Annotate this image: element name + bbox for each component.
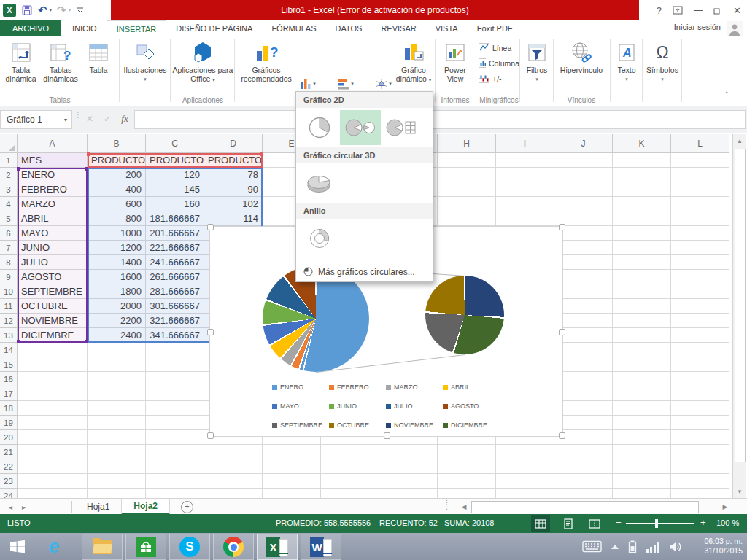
volume-icon[interactable] [669,541,683,553]
tab-archivo[interactable]: ARCHIVO [0,20,61,36]
cell-D24[interactable] [204,489,263,498]
cell-D4[interactable]: 102 [204,197,263,211]
start-button[interactable] [0,534,35,559]
cell-H3[interactable] [438,182,496,197]
customize-qat-icon[interactable] [76,6,85,15]
cell-H24[interactable] [438,489,496,498]
sign-in-link[interactable]: Iniciar sesión [674,23,721,31]
cell-B17[interactable] [88,386,146,401]
help-icon[interactable]: ? [657,5,662,16]
zoom-in-icon[interactable]: + [700,517,706,528]
row-header-15[interactable]: 15 [0,357,18,372]
cell-B15[interactable] [88,357,146,372]
insert-function-icon[interactable]: fx [117,110,133,128]
cell-B13[interactable]: 2400 [88,328,146,343]
hyperlink-button[interactable]: Hipervínculo [554,38,608,74]
cell-A24[interactable] [18,489,88,498]
cell-A4[interactable]: MARZO [18,197,88,211]
row-header-20[interactable]: 20 [0,430,18,445]
cell-C15[interactable] [146,357,204,372]
cell-L23[interactable] [671,474,729,489]
gallery-pie-3d[interactable] [299,166,340,201]
cell-A10[interactable]: SEPTIEMBRE [18,284,88,299]
ribbon-options-icon[interactable] [673,6,683,15]
cell-J4[interactable] [554,197,613,211]
sheet-next-icon[interactable]: ▸ [22,499,26,515]
cell-I22[interactable] [496,459,554,474]
cell-B2[interactable]: 200 [88,168,146,182]
cell-D3[interactable]: 90 [204,182,263,197]
cell-B9[interactable]: 1600 [88,270,146,284]
cell-C3[interactable]: 145 [146,182,204,197]
cell-K23[interactable] [613,474,671,489]
cell-L18[interactable] [671,401,729,416]
cell-C9[interactable]: 261.666667 [146,270,204,284]
cell-C1[interactable]: PRODUCTO2 [146,153,204,168]
cell-A13[interactable]: DICIEMBRE [18,328,88,343]
row-header-14[interactable]: 14 [0,343,18,357]
scroll-up-icon[interactable]: ▲ [734,135,746,147]
text-button[interactable]: A Texto ▾ [611,38,642,84]
cell-B21[interactable] [88,445,146,459]
cell-H1[interactable] [438,153,496,168]
zoom-slider-thumb[interactable] [655,519,658,528]
cell-K12[interactable] [613,314,671,328]
formula-bar-splitter[interactable]: ⋮ [74,113,82,117]
cell-L10[interactable] [671,284,729,299]
cell-J18[interactable] [554,401,613,416]
cell-L9[interactable] [671,270,729,284]
cell-C23[interactable] [146,474,204,489]
cell-K13[interactable] [613,328,671,343]
cell-K3[interactable] [613,182,671,197]
show-hidden-icons[interactable] [611,545,619,549]
scroll-right-icon[interactable]: ▶ [719,501,731,513]
cell-K19[interactable] [613,416,671,430]
cell-J8[interactable] [554,255,613,270]
cell-C13[interactable]: 341.666667 [146,328,204,343]
cell-E22[interactable] [263,459,321,474]
cell-C2[interactable]: 120 [146,168,204,182]
restore-icon[interactable] [713,6,722,15]
cell-K2[interactable] [613,168,671,182]
zoom-out-icon[interactable]: − [616,517,622,528]
taskbar-file-explorer[interactable] [82,534,123,560]
col-header-A[interactable]: A [18,134,88,153]
taskbar-excel[interactable]: X [257,534,298,560]
cell-G21[interactable] [379,445,438,459]
row-header-9[interactable]: 9 [0,270,18,284]
cell-H4[interactable] [438,197,496,211]
cell-C5[interactable]: 181.666667 [146,211,204,226]
cell-B20[interactable] [88,430,146,445]
row-header-22[interactable]: 22 [0,459,18,474]
cell-K16[interactable] [613,372,671,386]
cell-J2[interactable] [554,168,613,182]
cell-H21[interactable] [438,445,496,459]
cell-L13[interactable] [671,328,729,343]
cell-A7[interactable]: JUNIO [18,241,88,255]
sparkline-line-button[interactable]: Línea [479,40,519,55]
row-header-21[interactable]: 21 [0,445,18,459]
cell-K17[interactable] [613,386,671,401]
cell-C17[interactable] [146,386,204,401]
row-header-24[interactable]: 24 [0,489,18,498]
cell-B23[interactable] [88,474,146,489]
cell-C16[interactable] [146,372,204,386]
cell-D1[interactable]: PRODUCTO3 [204,153,263,168]
col-header-C[interactable]: C [146,134,204,153]
cell-I1[interactable] [496,153,554,168]
cell-A3[interactable]: FEBRERO [18,182,88,197]
cell-A11[interactable]: OCTUBRE [18,299,88,314]
cell-B22[interactable] [88,459,146,474]
cell-J19[interactable] [554,416,613,430]
cell-B5[interactable]: 800 [88,211,146,226]
cell-A15[interactable] [18,357,88,372]
cell-J3[interactable] [554,182,613,197]
cell-J15[interactable] [554,357,613,372]
gallery-bar-of-pie[interactable] [381,110,422,145]
cell-B18[interactable] [88,401,146,416]
insert-bar-chart-button[interactable]: ▾ [334,76,357,91]
cell-F21[interactable] [321,445,379,459]
cell-C11[interactable]: 301.666667 [146,299,204,314]
cell-L11[interactable] [671,299,729,314]
cell-C10[interactable]: 281.666667 [146,284,204,299]
